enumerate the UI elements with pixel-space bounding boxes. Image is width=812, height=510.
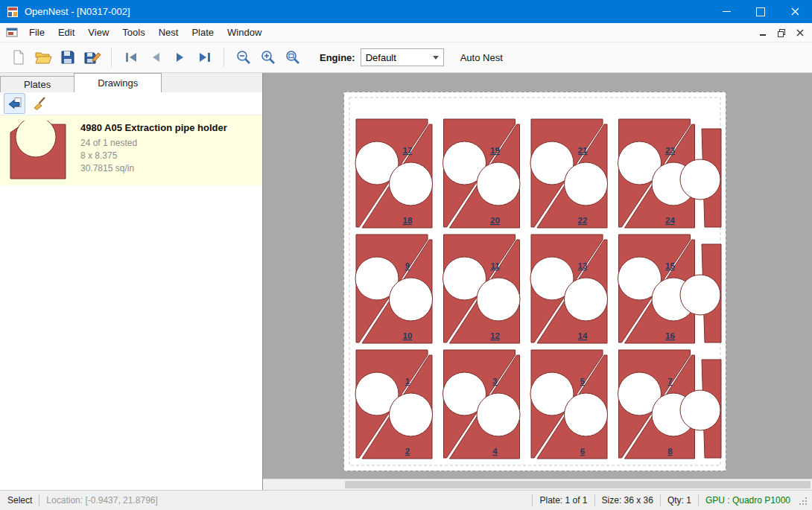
last-plate-button[interactable] [192,45,217,70]
part-number[interactable]: 11 [490,261,500,270]
mdi-close-button[interactable] [790,25,809,40]
menu-file[interactable]: File [22,23,51,42]
zoom-fit-button[interactable] [280,45,305,70]
minimize-button[interactable] [709,0,743,23]
status-separator [698,494,699,506]
drawing-area: 30.7815 sq/in [80,162,227,175]
gpu-status: GPU : Quadro P1000 [705,495,790,506]
mdi-window-controls [753,25,809,40]
part-notch [565,278,608,321]
mdi-minimize-icon [760,34,766,36]
nest-plate-svg: 171819202122232491011121314151612345678 [343,92,726,471]
auto-nest-button[interactable]: Auto Nest [460,52,503,63]
status-separator [594,494,595,506]
part-number[interactable]: 1 [405,377,410,386]
part-number[interactable]: 12 [490,331,500,340]
mdi-restore-icon [777,28,786,37]
status-qty: Qty: 1 [667,495,691,506]
resize-grip-icon[interactable] [798,496,808,506]
open-file-button[interactable] [31,45,55,70]
part-notch [477,278,520,321]
part-number[interactable]: 15 [665,261,675,270]
back-arrow-button[interactable] [4,93,25,114]
zoom-out-button[interactable] [231,45,256,70]
part-number[interactable]: 20 [490,216,500,225]
status-size: Size: 36 x 36 [602,495,653,506]
part-number[interactable]: 3 [492,377,497,386]
mdi-child-icon[interactable] [6,28,18,38]
last-arrow-icon [197,50,212,65]
zoom-out-icon [235,49,252,66]
zoom-in-button[interactable] [256,45,280,70]
status-separator [39,494,39,506]
nest-canvas[interactable]: 171819202122232491011121314151612345678 [263,73,812,490]
save-as-button[interactable] [80,45,104,70]
part-number[interactable]: 18 [403,216,413,225]
menu-tools[interactable]: Tools [115,23,151,42]
menu-plate[interactable]: Plate [185,23,221,42]
part-number[interactable]: 2 [405,447,410,456]
part-notch [680,390,720,430]
toolbar-separator [223,48,224,67]
part-notch [565,393,608,436]
part-number[interactable]: 14 [578,331,588,340]
tab-plates[interactable]: Plates [0,76,74,92]
scrollbar-thumb[interactable] [345,481,811,488]
maximize-icon [756,7,765,16]
broom-button[interactable] [29,94,49,113]
part-number[interactable]: 10 [403,331,413,340]
part-number[interactable]: 9 [405,261,410,270]
menu-view[interactable]: View [81,23,115,42]
drawing-info: 4980 A05 Extraction pipe holder 24 of 1 … [80,121,227,175]
tab-drawings[interactable]: Drawings [74,73,162,92]
part-number[interactable]: 21 [578,146,588,155]
menu-nest[interactable]: Nest [152,23,185,42]
part-number[interactable]: 7 [667,377,672,386]
part-number[interactable]: 5 [580,377,586,386]
app-window: OpenNest - [N0317-002] File Edit View To… [0,0,812,510]
part-number[interactable]: 19 [490,146,500,155]
save-icon [60,49,76,66]
maximize-button[interactable] [743,0,778,23]
first-arrow-icon [124,50,139,65]
part-number[interactable]: 16 [665,331,675,340]
drawing-thumbnail [6,121,70,180]
menu-edit[interactable]: Edit [51,23,81,42]
menu-window[interactable]: Window [221,23,268,42]
part-number[interactable]: 23 [665,146,675,155]
part-number[interactable]: 8 [667,447,673,456]
part-number[interactable]: 22 [578,216,588,225]
previous-plate-button[interactable] [143,45,168,70]
drawings-toolbar [0,92,262,115]
drawing-nested-count: 24 of 1 nested [80,137,227,150]
part-number[interactable]: 4 [492,447,498,456]
horizontal-scrollbar[interactable] [263,479,812,490]
drawing-title: 4980 A05 Extraction pipe holder [80,122,227,133]
drawing-list-item[interactable]: 4980 A05 Extraction pipe holder 24 of 1 … [0,115,262,185]
part-number[interactable]: 13 [578,261,588,270]
part-number[interactable]: 24 [665,216,675,225]
first-plate-button[interactable] [118,45,143,70]
part-notch [390,278,433,321]
close-button[interactable] [778,0,812,23]
mdi-restore-button[interactable] [772,25,790,40]
new-file-button[interactable] [6,45,31,70]
engine-value: Default [366,52,396,63]
window-title: OpenNest - [N0317-002] [25,6,130,17]
open-file-icon [34,49,52,66]
mdi-minimize-button[interactable] [753,25,772,40]
part-number[interactable]: 17 [403,146,413,155]
next-arrow-icon [173,50,188,65]
engine-select[interactable]: Default [361,48,444,66]
window-controls [709,0,812,23]
panel-tabs: Plates Drawings [0,73,262,92]
new-file-icon [10,49,27,66]
mdi-close-icon [796,29,804,36]
engine-label: Engine: [320,52,355,63]
save-as-icon [83,49,101,66]
close-icon [791,7,799,16]
part-notch [680,275,720,315]
part-number[interactable]: 6 [580,447,585,456]
save-button[interactable] [55,45,80,70]
next-plate-button[interactable] [168,45,192,70]
